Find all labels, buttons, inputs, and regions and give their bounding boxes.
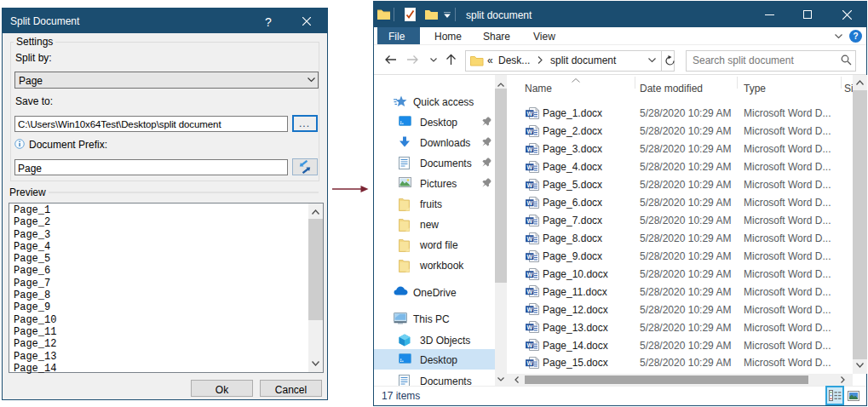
svg-text:W: W bbox=[526, 254, 532, 260]
svg-text:W: W bbox=[526, 129, 532, 135]
svg-text:W: W bbox=[526, 236, 532, 242]
svg-text:W: W bbox=[526, 289, 532, 295]
svg-text:W: W bbox=[526, 146, 532, 152]
svg-text:W: W bbox=[526, 111, 532, 117]
svg-text:W: W bbox=[526, 182, 532, 188]
svg-text:W: W bbox=[526, 164, 532, 170]
svg-text:W: W bbox=[526, 307, 532, 312]
svg-text:W: W bbox=[526, 200, 532, 206]
svg-text:W: W bbox=[526, 324, 532, 330]
svg-text:W: W bbox=[526, 342, 532, 348]
svg-text:W: W bbox=[526, 360, 532, 366]
svg-text:W: W bbox=[526, 218, 532, 224]
svg-text:W: W bbox=[526, 272, 532, 278]
